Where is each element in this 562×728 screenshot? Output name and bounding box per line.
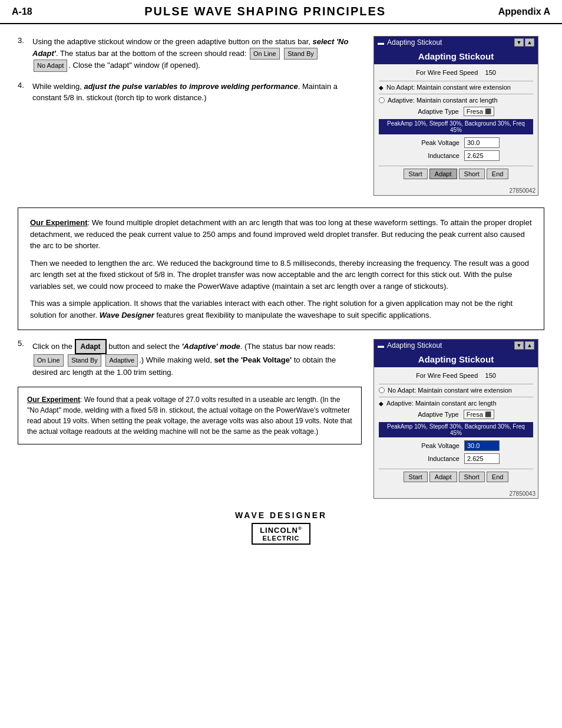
experiment1-para2: Then we needed to lengthen the arc. We r… [30, 258, 532, 292]
panel1-controls[interactable]: ▼ ▲ [514, 38, 534, 47]
panel2-up-btn[interactable]: ▲ [525, 341, 534, 350]
panel2-adapt-btn[interactable]: Adapt [429, 472, 457, 482]
step-5-text1: button and select the [107, 342, 182, 351]
panel1-image-num: 27850042 [374, 186, 538, 195]
panel2-radio1-row[interactable]: No Adapt: Maintain constant wire extensi… [379, 387, 533, 394]
experiment-box-1: Our Experiment: We found multiple drople… [18, 207, 544, 330]
appendix-label: Appendix A [498, 6, 550, 17]
panel2-radio2-label: Adaptive: Maintain constant arc length [386, 400, 497, 407]
panel2-dropdown-btn[interactable]: ▼ [514, 341, 524, 350]
panel2-adapt-type-label: Adaptive Type [418, 411, 459, 418]
panel2-peak-amp-bar: PeakAmp 10%, Stepoff 30%, Background 30%… [379, 422, 533, 437]
panel1-adapt-type-select[interactable]: Fresa ⬛ [464, 107, 494, 116]
panel1-radio1-label: No Adapt: Maintain constant wire extensi… [386, 84, 511, 91]
panel1-radio2-row[interactable]: Adaptive: Maintain constant arc length [379, 97, 533, 104]
panel2-wire-feed-value: 150 [485, 372, 496, 379]
page-number: A-18 [12, 6, 32, 17]
panel2-peak-voltage-input[interactable]: 30.0 [464, 440, 500, 451]
panel2-adapt-type-select[interactable]: Fresa ⬛ [464, 410, 494, 419]
panel1-adapt-type-value: Fresa [467, 108, 483, 115]
lincoln-logo: LINCOLN® ELECTRIC [252, 523, 310, 545]
panel2-sep2 [379, 397, 533, 397]
panel2-adapt-type-value: Fresa [467, 411, 483, 418]
panel1-wire-feed-value: 150 [485, 69, 496, 76]
panel1-header: ▬ Adapting Stickout ▼ ▲ [374, 37, 538, 48]
panel2-radio1-label: No Adapt: Maintain constant wire extensi… [388, 387, 512, 394]
bottom-section: 5. Click on the Adapt button and select … [18, 339, 544, 499]
step-3-btn-standby: Stand By [284, 48, 318, 60]
panel2-adapt-arrow: ⬛ [485, 411, 491, 417]
step-4: 4. While welding, adjust the pulse varia… [18, 81, 362, 104]
step-5-prefix: Click on the [32, 342, 75, 351]
panel2-wrap: ▬ Adapting Stickout ▼ ▲ Adapting Stickou… [373, 339, 544, 499]
step-5-bold2: set the 'Peak Voltage' [214, 355, 292, 364]
panel1-inductance-row: Inductance 2.625 [379, 150, 533, 161]
main-content: 3. Using the adaptive stickout window or… [0, 24, 562, 565]
page-title: PULSE WAVE SHAPING PRINCIPLES [144, 5, 386, 18]
panel2-diamond-icon: ◆ [379, 400, 384, 407]
step-3-btn-online: On Line [250, 48, 280, 60]
electric-text: ELECTRIC [260, 535, 302, 542]
bottom-left: 5. Click on the Adapt button and select … [18, 339, 362, 499]
panel1-peak-amp-bar: PeakAmp 10%, Stepoff 30%, Background 30%… [379, 119, 533, 134]
panel2-adapt-type-row: Adaptive Type Fresa ⬛ [379, 410, 533, 419]
panel1-start-btn[interactable]: Start [404, 169, 428, 179]
panel1-end-btn[interactable]: End [487, 169, 509, 179]
step-5: 5. Click on the Adapt button and select … [18, 339, 362, 378]
panel2-inductance-label: Inductance [412, 455, 459, 462]
panel1-short-btn[interactable]: Short [459, 169, 485, 179]
panel1-title: Adapting Stickout [374, 48, 538, 64]
panel1-adapt-arrow: ⬛ [485, 108, 491, 114]
step-5-btn-online: On Line [34, 354, 64, 367]
step-5-bold1: 'Adaptive' mode [181, 342, 240, 351]
panel2-short-btn[interactable]: Short [459, 472, 485, 482]
panel1-up-btn[interactable]: ▲ [525, 38, 534, 47]
panel1-adapt-btn[interactable]: Adapt [429, 169, 457, 179]
panel2-title: Adapting Stickout [374, 351, 538, 367]
step-3-text2: . The status bar at the bottom of the sc… [56, 49, 249, 58]
experiment1-text1: : We found multiple droplet detachment w… [30, 218, 532, 250]
lincoln-name: LINCOLN® [260, 526, 302, 535]
page-header: A-18 PULSE WAVE SHAPING PRINCIPLES Appen… [0, 0, 562, 24]
panel2-body: For Wire Feed Speed 150 No Adapt: Mainta… [374, 367, 538, 489]
panel2-start-btn[interactable]: Start [404, 472, 428, 482]
panel2-inductance-row: Inductance 2.625 [379, 453, 533, 464]
panel2-wire-feed: For Wire Feed Speed 150 [379, 372, 533, 379]
step-5-text3: .) While making weld, [139, 355, 214, 364]
experiment1-label: Our Experiment [30, 218, 88, 227]
panel1-window-icon: ▬ [378, 39, 384, 46]
panel1-radio2-dot [379, 97, 385, 103]
panel1-peak-voltage-input[interactable]: 30.0 [464, 137, 500, 148]
panel1-radio1-row[interactable]: ◆ No Adapt: Maintain constant wire exten… [379, 84, 533, 91]
panel2-controls[interactable]: ▼ ▲ [514, 341, 534, 350]
lincoln-text: LINCOLN [260, 526, 298, 535]
panel2-wire-feed-label: For Wire Feed Speed [416, 372, 478, 379]
panel2-image-num: 27850043 [374, 489, 538, 498]
panel2-end-btn[interactable]: End [487, 472, 509, 482]
panel2-inductance-input[interactable]: 2.625 [464, 453, 500, 464]
panel1-dropdown-btn[interactable]: ▼ [514, 38, 524, 47]
panel2-peak-voltage-row: Peak Voltage 30.0 [379, 440, 533, 451]
wave-designer-title: WAVE DESIGNER [18, 510, 544, 520]
experiment-box-2: Our Experiment: We found that a peak vol… [18, 387, 362, 444]
step-5-btn-standby: Stand By [68, 354, 101, 367]
panel1-peak-voltage-label: Peak Voltage [412, 139, 459, 146]
panel1-inductance-input[interactable]: 2.625 [464, 150, 500, 161]
panel1-window-title: Adapting Stickout [387, 38, 442, 47]
panel2-radio2-row[interactable]: ◆ Adaptive: Maintain constant arc length [379, 400, 533, 407]
step-4-bold: adjust the pulse variables to improve we… [84, 82, 297, 91]
step-3-text1: Using the adaptive stickout window or th… [32, 37, 313, 46]
panel1-peak-voltage-row: Peak Voltage 30.0 [379, 137, 533, 148]
steps-text: 3. Using the adaptive stickout window or… [18, 36, 362, 196]
step-4-content: While welding, adjust the pulse variable… [32, 81, 362, 104]
panel1-body: For Wire Feed Speed 150 ◆ No Adapt: Main… [374, 64, 538, 186]
panel2-bottom-buttons: Start Adapt Short End [379, 469, 533, 485]
panel1-adapt-type-label: Adaptive Type [418, 108, 459, 115]
step-4-number: 4. [18, 81, 32, 104]
step-5-text2: . (The status bar now reads: [240, 342, 336, 351]
panel1-wrap: ▬ Adapting Stickout ▼ ▲ Adapting Stickou… [373, 36, 544, 196]
step-5-btn-adaptive: Adaptive [105, 354, 138, 367]
experiment1-para1: Our Experiment: We found multiple drople… [30, 217, 532, 252]
panel1-bottom-buttons: Start Adapt Short End [379, 166, 533, 182]
step-3-content: Using the adaptive stickout window or th… [32, 36, 362, 72]
